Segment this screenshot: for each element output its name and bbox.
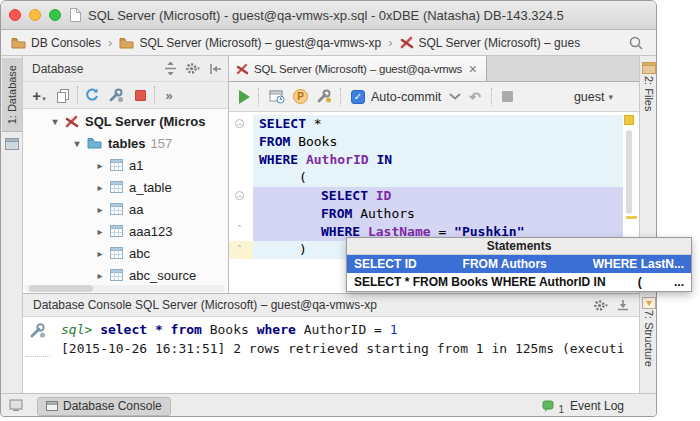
console-line-sql: sql> select * from Books where AuthorID … — [61, 320, 398, 339]
warning-stripe-marker[interactable] — [626, 216, 637, 219]
tree-row-server[interactable]: ▾ SQL Server (Micros — [23, 110, 228, 132]
database-console-button-label: Database Console — [63, 399, 162, 413]
tab-sql-console[interactable]: SQL Server (Microsoft) – guest@qa-vmws-x… — [229, 56, 487, 81]
breadcrumb: DB Consoles › SQL Server (Microsoft) – g… — [1, 30, 656, 56]
fold-marker-icon[interactable]: – — [235, 191, 244, 200]
collapsed-arrow-icon[interactable]: ▸ — [94, 160, 106, 171]
parameters-icon[interactable]: P — [293, 89, 308, 104]
vertical-scrollbar[interactable] — [626, 130, 632, 214]
hide-panel-icon[interactable] — [209, 63, 222, 75]
sync-refresh-icon[interactable] — [80, 84, 104, 106]
gear-icon[interactable] — [185, 62, 201, 75]
database-panel-header: Database — [23, 56, 228, 82]
breadcrumb-item-data-source[interactable]: SQL Server (Microsoft) – guest@qa-vmws-x… — [119, 36, 381, 50]
fold-marker-icon[interactable]: – — [235, 119, 244, 128]
database-toolbar: +▾ » — [23, 82, 228, 109]
statements-popup: Statements SELECT ID FROM Authors WHERE … — [346, 237, 692, 292]
split-mode-icon[interactable] — [164, 62, 177, 75]
collapsed-arrow-icon[interactable]: ▸ — [94, 204, 106, 215]
horizontal-scrollbar[interactable] — [25, 285, 225, 292]
minimize-window-button[interactable] — [29, 9, 41, 21]
scrollbar-thumb[interactable] — [29, 285, 93, 292]
fold-arrow-icon[interactable]: ⌃ — [236, 244, 243, 253]
database-console-toggle-button[interactable]: Database Console — [37, 397, 171, 416]
breadcrumb-label: SQL Server (Microsoft) – guest@qa-vmws-x… — [139, 36, 381, 50]
sql-server-icon — [400, 36, 414, 49]
duplicate-icon[interactable] — [51, 84, 75, 106]
table-icon — [110, 203, 123, 215]
run-button[interactable] — [239, 90, 250, 104]
autocommit-label[interactable]: Auto-commit — [371, 90, 441, 104]
screenshot-canvas: SQL Server (Microsoft) - guest@qa-vmws-x… — [0, 0, 700, 421]
breadcrumb-separator: › — [108, 35, 112, 50]
tree-label: a1 — [129, 158, 143, 173]
fold-arrow-icon[interactable]: ⌃ — [236, 224, 243, 233]
app-window: SQL Server (Microsoft) - guest@qa-vmws-x… — [0, 0, 657, 417]
collapsed-arrow-icon[interactable]: ▸ — [94, 226, 106, 237]
event-log-widget[interactable]: 1 Event Log — [542, 399, 624, 413]
database-panel: Database +▾ — [23, 56, 229, 293]
breadcrumb-item-console[interactable]: SQL Server (Microsoft) – gues — [400, 36, 581, 50]
breadcrumb-item-db-consoles[interactable]: DB Consoles — [11, 36, 101, 50]
add-data-source-button[interactable]: +▾ — [27, 84, 51, 106]
hide-panel-icon[interactable] — [617, 299, 629, 311]
expanded-arrow-icon[interactable]: ▾ — [71, 138, 83, 149]
table-count: 157 — [151, 136, 173, 151]
statement-option-selected[interactable]: SELECT ID FROM Authors WHERE LastN... — [347, 255, 691, 273]
search-icon[interactable] — [628, 35, 644, 54]
statement-option[interactable]: SELECT * FROM Books WHERE AuthorID IN ( … — [347, 273, 691, 291]
zoom-window-button[interactable] — [49, 9, 61, 21]
more-actions-icon[interactable]: » — [157, 84, 181, 106]
settings-wrench-icon[interactable] — [316, 89, 332, 104]
gutter-separator — [26, 356, 50, 357]
statement-fragment: WHERE LastN... — [593, 257, 684, 271]
close-icon[interactable]: × — [467, 62, 479, 76]
tree-label: aaa123 — [129, 224, 172, 239]
data-source-properties-icon[interactable] — [104, 84, 128, 106]
tree-row-table[interactable]: ▸ aaa123 — [23, 220, 228, 242]
tree-row-table[interactable]: ▸ aa — [23, 198, 228, 220]
console-history-icon[interactable] — [269, 89, 285, 104]
console-settings-wrench-icon[interactable] — [29, 323, 46, 343]
editor-tab-bar: SQL Server (Microsoft) – guest@qa-vmws-x… — [229, 56, 639, 82]
event-count-badge: 1 — [558, 404, 564, 415]
expanded-arrow-icon[interactable]: ▾ — [49, 116, 61, 127]
toolbar-separator — [154, 86, 155, 104]
autocommit-checkbox[interactable]: ✓ Auto-commit — [351, 90, 441, 104]
statement-fragment: SELECT ID — [354, 257, 417, 271]
stop-icon[interactable] — [128, 84, 152, 106]
code-line: FROM Authors — [259, 205, 415, 223]
code-line: SELECT * — [259, 115, 322, 133]
statement-fragment: SELECT * FROM Books WHERE AuthorID IN — [354, 275, 606, 289]
breadcrumb-label: DB Consoles — [31, 36, 101, 50]
close-window-button[interactable] — [9, 9, 21, 21]
collapsed-arrow-icon[interactable]: ▸ — [94, 182, 106, 193]
tree-row-table[interactable]: ▸ abc_source — [23, 264, 228, 284]
document-icon — [69, 7, 82, 23]
caret-down-icon: ▾ — [608, 92, 613, 102]
gear-icon[interactable] — [593, 299, 609, 312]
console-line-result: [2015-10-26 16:31:51] 2 rows retrieved s… — [61, 339, 625, 358]
tab-structure-toolwindow[interactable]: 7: Structure — [643, 310, 655, 367]
tree-label: tables — [108, 136, 146, 151]
collapsed-arrow-icon[interactable]: ▸ — [94, 248, 106, 259]
stop-disabled-icon — [502, 91, 513, 102]
tab-files-toolwindow[interactable]: 2: Files — [643, 76, 655, 111]
tree-label: SQL Server (Micros — [85, 114, 205, 129]
toolwindow-icon[interactable] — [5, 136, 19, 154]
user-dropdown[interactable]: guest ▾ — [574, 90, 613, 104]
code-line: SELECT ID — [259, 187, 391, 205]
statement-fragment: ( — [638, 275, 642, 289]
chevron-down-icon[interactable] — [449, 93, 461, 100]
tree-row-table[interactable]: ▸ a1 — [23, 154, 228, 176]
rollback-icon[interactable]: ↶ — [469, 89, 481, 105]
error-stripe-marker[interactable] — [624, 115, 634, 125]
tree-row-table[interactable]: ▸ abc — [23, 242, 228, 264]
tree-row-table[interactable]: ▸ a_table — [23, 176, 228, 198]
collapsed-arrow-icon[interactable]: ▸ — [94, 270, 106, 281]
tab-database-toolwindow[interactable]: 1: Database — [2, 58, 22, 132]
tree-row-tables[interactable]: ▾ tables 157 — [23, 132, 228, 154]
toolwindow-switcher-icon[interactable] — [9, 397, 23, 415]
caret-down-icon: ▾ — [42, 95, 46, 103]
table-icon — [110, 181, 123, 193]
